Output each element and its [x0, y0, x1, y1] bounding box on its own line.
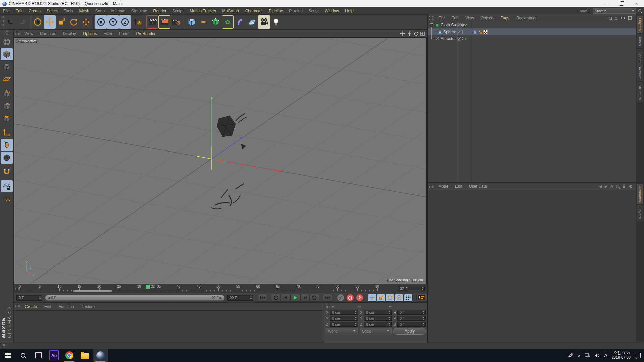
settings-gear-icon[interactable]: ⚙	[629, 184, 633, 189]
menu-item-prorender[interactable]: ProRender	[133, 31, 159, 36]
history-forward-icon[interactable]: ▶	[605, 184, 607, 189]
panel-tab-content-browser[interactable]: Content Browser	[637, 49, 643, 81]
menu-item-file[interactable]: File	[0, 9, 12, 13]
menu-item-view[interactable]: View	[462, 16, 477, 20]
menu-item-tools[interactable]: Tools	[61, 9, 76, 13]
make-editable-button[interactable]	[1, 36, 13, 48]
add-spline-button[interactable]: ✒	[198, 15, 210, 29]
menu-item-function[interactable]: Function	[55, 304, 78, 309]
ruler-scrollbar[interactable]	[73, 290, 112, 292]
add-generator-button[interactable]	[210, 15, 222, 29]
eye-icon[interactable]	[621, 17, 625, 19]
status-grip[interactable]	[1, 344, 6, 348]
start-frame-field[interactable]: 0 F	[16, 295, 42, 301]
edges-mode-button[interactable]	[1, 100, 13, 112]
menu-item-select[interactable]: Select	[44, 9, 61, 13]
action-center-icon[interactable]	[635, 353, 641, 358]
object-row-attractor[interactable]: Attractor✔	[428, 35, 636, 42]
polygons-mode-button[interactable]	[1, 112, 13, 124]
scale-dropdown[interactable]: Scale	[360, 328, 392, 334]
restore-button[interactable]	[614, 0, 629, 7]
timeline-ruler[interactable]: 05101520253035404550556065707580859032 3…	[14, 284, 427, 293]
texture-tag-icon[interactable]	[483, 30, 488, 34]
menu-item-mesh[interactable]: Mesh	[76, 9, 92, 13]
keyframe-parameter-toggle[interactable]: P	[395, 294, 404, 302]
people-icon[interactable]	[568, 353, 573, 358]
object-tree[interactable]: Cloth Surface✔SphereAttractor✔	[428, 22, 636, 182]
layout-dropdown[interactable]: Startup	[593, 8, 636, 14]
prev-key-button[interactable]	[271, 294, 280, 302]
render-picture-viewer-button[interactable]	[158, 15, 170, 29]
panel-tab-takes[interactable]: Takes	[637, 34, 643, 48]
menu-item-edit[interactable]: Edit	[41, 304, 55, 309]
redo-button[interactable]	[16, 15, 29, 29]
menu-item-edit[interactable]: Edit	[452, 184, 466, 189]
live-selection-button[interactable]	[32, 15, 44, 29]
attribute-manager-grip[interactable]	[429, 184, 434, 189]
keyframe-scale-toggle[interactable]	[377, 294, 385, 302]
start-button[interactable]	[0, 349, 15, 362]
snap-button[interactable]	[1, 166, 13, 178]
enabled-check-icon[interactable]: ✔	[464, 23, 467, 27]
material-manager-grip[interactable]	[15, 305, 20, 309]
cinema4d-taskbar-button[interactable]	[93, 349, 108, 362]
chrome-button[interactable]	[62, 349, 77, 362]
object-row-cloth-surface[interactable]: Cloth Surface✔	[428, 22, 636, 28]
file-explorer-button[interactable]	[77, 349, 93, 362]
dynamics-tag-icon[interactable]	[478, 30, 482, 34]
menu-item-animate[interactable]: Animate	[108, 9, 128, 13]
menu-item-mode[interactable]: Mode	[435, 184, 452, 189]
undo-button[interactable]	[4, 15, 16, 29]
move-tool-button[interactable]	[44, 15, 56, 29]
menu-item-render[interactable]: Render	[150, 9, 169, 13]
object-axis-mode-button[interactable]	[1, 127, 13, 139]
coord-field-y-1[interactable]: 0 cm	[364, 316, 392, 321]
menu-item-snap[interactable]: Snap	[92, 9, 108, 13]
menu-item-edit[interactable]: Edit	[12, 9, 25, 13]
layer-color-box[interactable]	[457, 30, 461, 34]
menu-item-file[interactable]: File	[435, 16, 448, 20]
lock-y-axis-button[interactable]: Y	[107, 15, 119, 29]
layer-color-box[interactable]	[457, 23, 461, 27]
panel-tab-objects[interactable]: Objects	[637, 16, 643, 33]
coordinate-system-button[interactable]	[131, 15, 143, 29]
scale-tool-button[interactable]	[56, 15, 68, 29]
menu-item-sculpt[interactable]: Sculpt	[169, 9, 186, 13]
apply-button[interactable]: Apply	[393, 328, 426, 335]
coord-field-z-1[interactable]: 0 cm	[364, 322, 392, 327]
last-tool-button[interactable]	[80, 15, 92, 29]
workplane-lock-button[interactable]	[1, 180, 13, 192]
prev-frame-button[interactable]	[281, 294, 290, 302]
menu-item-help[interactable]: Help	[342, 9, 357, 13]
world-dropdown[interactable]: World	[326, 328, 358, 334]
expand-toggle[interactable]	[430, 23, 433, 26]
view-label[interactable]: Perspective	[16, 39, 38, 43]
menu-item-texture[interactable]: Texture	[78, 304, 98, 309]
keyframe-rotation-toggle[interactable]	[386, 294, 394, 302]
palette-grip[interactable]	[4, 31, 9, 35]
goto-end-button[interactable]	[323, 294, 332, 302]
cloth-tag-icon[interactable]	[473, 30, 477, 34]
coordinates-grip[interactable]	[326, 304, 330, 309]
add-environment-button[interactable]	[246, 15, 258, 29]
menu-item-bookmarks[interactable]: Bookmarks	[513, 16, 540, 20]
rotate-view-icon[interactable]	[413, 31, 419, 36]
menu-item-window[interactable]: Window	[322, 9, 342, 13]
menu-item-display[interactable]: Display	[59, 31, 79, 36]
pan-view-icon[interactable]	[400, 31, 405, 36]
record-objects-button[interactable]	[337, 294, 344, 301]
taskbar-clock[interactable]: 오전 11:21 2018-07-30	[612, 351, 631, 360]
lock-z-axis-button[interactable]: Z	[119, 15, 131, 29]
keyframe-pla-toggle[interactable]	[404, 294, 413, 302]
coord-field-x-0[interactable]: 0 cm	[330, 310, 358, 315]
coord-field-p-2[interactable]: 0 °	[397, 316, 426, 321]
material-list-area[interactable]	[14, 311, 324, 343]
menu-item-pipeline[interactable]: Pipeline	[266, 9, 286, 13]
rotate-tool-button[interactable]	[68, 15, 80, 29]
frame-range-slider[interactable]: ◀ 0 F 90 F ▶	[45, 295, 225, 301]
add-deformer-button[interactable]	[234, 15, 246, 29]
ime-indicator[interactable]: A	[604, 353, 607, 358]
task-view-button[interactable]	[31, 349, 46, 362]
tray-expand-icon[interactable]: ∧	[578, 353, 580, 358]
lock-x-axis-button[interactable]: X	[95, 15, 107, 29]
